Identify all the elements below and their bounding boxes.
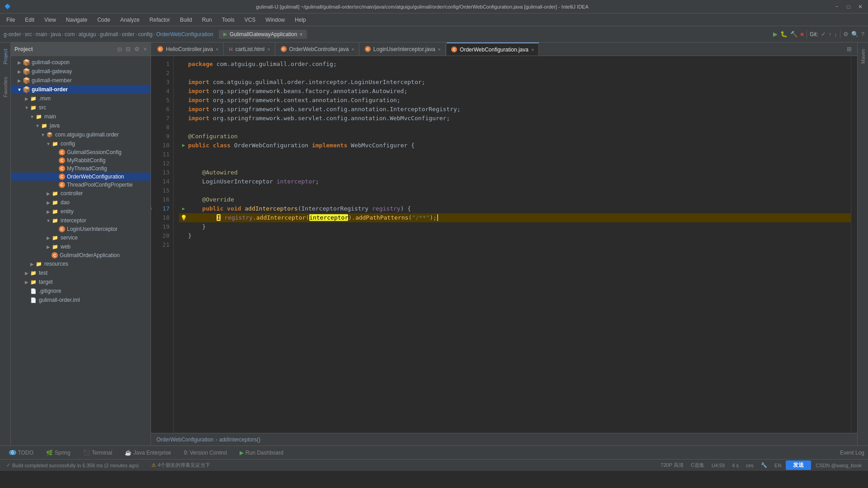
menu-navigate[interactable]: Navigate xyxy=(61,15,92,25)
menu-refactor[interactable]: Refactor xyxy=(145,15,175,25)
tree-item-test[interactable]: ▶ 📁 test xyxy=(11,268,151,277)
tree-item-web[interactable]: ▶ 📁 web xyxy=(11,242,151,251)
tree-item-main[interactable]: ▼ 📁 main xyxy=(11,112,151,121)
tree-item-gulimall-order[interactable]: ▼ 📦 gulimall-order xyxy=(11,85,151,94)
split-editor-button[interactable]: ⊞ xyxy=(847,46,852,52)
tab-OrderWebConfiguration[interactable]: C OrderWebConfiguration.java × xyxy=(447,42,539,56)
tree-item-OrderWebConfiguration[interactable]: C OrderWebConfiguration xyxy=(11,173,151,181)
git-push-button[interactable]: ↑ xyxy=(829,31,832,38)
menu-run[interactable]: Run xyxy=(198,15,217,25)
tree-item-com-atguigu[interactable]: ▼ 📦 com.atguigu.gulimall.order xyxy=(11,130,151,139)
tab-close-button[interactable]: × xyxy=(351,47,354,52)
menu-edit[interactable]: Edit xyxy=(20,15,39,25)
bottom-tab-run-dashboard[interactable]: ▶ Run Dashboard xyxy=(234,448,289,458)
tab-close-button[interactable]: × xyxy=(267,47,270,52)
settings-button[interactable]: ⚙ xyxy=(843,31,849,38)
tab-close-button[interactable]: × xyxy=(531,47,534,52)
status-more[interactable]: ces xyxy=(743,460,756,470)
tree-item-gulimall-coupon[interactable]: ▶ 📦 gulimall-coupon xyxy=(11,58,151,67)
menu-file[interactable]: File xyxy=(2,15,19,25)
tab-OrderWebController[interactable]: C OrderWebController.java × xyxy=(276,42,359,56)
tab-close-button[interactable]: × xyxy=(216,47,218,52)
tab-close-button[interactable]: × xyxy=(438,47,441,52)
sidebar-icon-favorites[interactable]: Favorites xyxy=(2,74,9,100)
tree-item-src[interactable]: ▼ 📁 src xyxy=(11,103,151,112)
tree-item-ThreadPoolConfigPropertie[interactable]: C ThreadPoolConfigPropertie xyxy=(11,181,151,189)
maximize-button[interactable]: □ xyxy=(845,4,852,10)
locate-file-icon[interactable]: ◎ xyxy=(117,46,122,52)
status-notification-area[interactable]: ⚠ 4个朋友的弹幕见证当下 xyxy=(149,461,213,469)
tree-item-gitignore[interactable]: 📄 .gitignore xyxy=(11,286,151,296)
status-ime[interactable]: 🔧 xyxy=(758,460,770,470)
bottom-tab-todo[interactable]: 6 TODO xyxy=(4,448,39,458)
breadcrumb-src[interactable]: src xyxy=(25,31,32,38)
tree-item-GulimallOrderApplication[interactable]: C GulimallOrderApplication xyxy=(11,251,151,259)
sidebar-icon-project[interactable]: Project xyxy=(2,46,9,67)
tree-item-controller[interactable]: ▶ 📁 controller xyxy=(11,189,151,198)
status-csdn[interactable]: 4 s xyxy=(729,460,741,470)
stop-button[interactable]: ■ xyxy=(800,31,804,38)
tree-item-dao[interactable]: ▶ 📁 dao xyxy=(11,198,151,207)
status-build-result[interactable]: ✓ Build completed successfully in 6.358 … xyxy=(4,461,142,469)
bottom-tab-java-enterprise[interactable]: ☕ Java Enterprise xyxy=(119,448,176,458)
tree-item-GulimallSessionConfig[interactable]: C GulimallSessionConfig xyxy=(11,148,151,156)
bottom-tab-version-control[interactable]: 9: Version Control xyxy=(178,448,232,458)
breadcrumb-gulimall[interactable]: gulimall xyxy=(100,31,118,38)
tree-item-config[interactable]: ▼ 📁 config xyxy=(11,139,151,148)
bottom-tab-spring[interactable]: 🌿 Spring xyxy=(41,448,76,458)
build-button[interactable]: 🔨 xyxy=(790,31,797,38)
status-line-col[interactable]: U4:59 xyxy=(709,460,727,470)
tree-item-resources[interactable]: ▶ 📁 resources xyxy=(11,259,151,268)
code-editor-content[interactable]: package com.atguigu.gulimall.order.confi… xyxy=(174,56,851,433)
git-commit-button[interactable]: ✓ xyxy=(821,31,826,38)
menu-analyze[interactable]: Analyze xyxy=(116,15,144,25)
breadcrumb-g-order[interactable]: g-order xyxy=(4,31,21,38)
breadcrumb-com[interactable]: com xyxy=(65,31,75,38)
breadcrumb-atguigu[interactable]: atguigu xyxy=(78,31,96,38)
panel-close-icon[interactable]: × xyxy=(143,46,147,52)
menu-window[interactable]: Window xyxy=(261,15,289,25)
tree-item-mvn[interactable]: ▶ 📁 .mvn xyxy=(11,94,151,103)
debug-button[interactable]: 🐛 xyxy=(780,31,788,38)
collapse-all-icon[interactable]: ⊟ xyxy=(126,46,131,52)
tree-item-gulimall-gateway[interactable]: ▶ 📦 gulimall-gateway xyxy=(11,67,151,76)
tree-item-iml[interactable]: 📄 gulimall-order.iml xyxy=(11,296,151,305)
tree-item-entity[interactable]: ▶ 📁 entity xyxy=(11,207,151,216)
send-button[interactable]: 发送 xyxy=(786,460,811,470)
menu-help[interactable]: Help xyxy=(290,15,311,25)
minimize-button[interactable]: － xyxy=(834,4,840,10)
tree-item-java[interactable]: ▼ 📁 java xyxy=(11,121,151,130)
breadcrumb-config[interactable]: config xyxy=(138,31,152,38)
tree-item-service[interactable]: ▶ 📁 service xyxy=(11,233,151,242)
run-button[interactable]: ▶ xyxy=(773,31,778,38)
bottom-tab-terminal[interactable]: ⬛ Terminal xyxy=(78,448,118,458)
breadcrumb-class[interactable]: OrderWebConfiguration xyxy=(156,436,214,443)
run-configuration-selector[interactable]: ▶ GulimallGatewayApplication ▾ xyxy=(219,30,307,39)
breadcrumb-java[interactable]: java xyxy=(51,31,61,38)
git-pull-button[interactable]: ↓ xyxy=(834,31,837,38)
status-lang[interactable]: EN xyxy=(772,460,784,470)
menu-view[interactable]: View xyxy=(40,15,61,25)
tree-item-target[interactable]: ▶ 📁 target xyxy=(11,277,151,286)
status-encoding[interactable]: C选集 xyxy=(688,460,707,470)
search-button[interactable]: 🔍 xyxy=(851,31,859,38)
event-log-button[interactable]: Event Log xyxy=(840,450,864,456)
close-button[interactable]: ✕ xyxy=(857,4,863,10)
tree-item-interceptor[interactable]: ▼ 📁 interceptor xyxy=(11,216,151,225)
run-config-dropdown[interactable]: ▾ xyxy=(300,31,302,38)
breadcrumb-current-file[interactable]: OrderWebConfiguration xyxy=(156,31,214,38)
menu-code[interactable]: Code xyxy=(93,15,115,25)
tab-cartList[interactable]: H cartList.html × xyxy=(225,42,275,56)
menu-tools[interactable]: Tools xyxy=(217,15,239,25)
breadcrumb-main[interactable]: main xyxy=(36,31,47,38)
breadcrumb-method[interactable]: addInterceptors() xyxy=(219,436,260,443)
menu-build[interactable]: Build xyxy=(175,15,197,25)
tree-item-LoginUserInterceptor[interactable]: C LoginUserInterceptor xyxy=(11,225,151,233)
panel-settings-icon[interactable]: ⚙ xyxy=(134,46,140,52)
help-button[interactable]: ? xyxy=(861,31,864,38)
status-resolution[interactable]: 720P 高清 xyxy=(658,460,686,470)
breadcrumb-order[interactable]: order xyxy=(122,31,134,38)
tree-item-MyThreadConfig[interactable]: C MyThreadConfig xyxy=(11,164,151,173)
tree-item-gulimall-member[interactable]: ▶ 📦 gulimall-member xyxy=(11,76,151,85)
tab-HelloController[interactable]: C HelloController.java × xyxy=(153,42,224,56)
